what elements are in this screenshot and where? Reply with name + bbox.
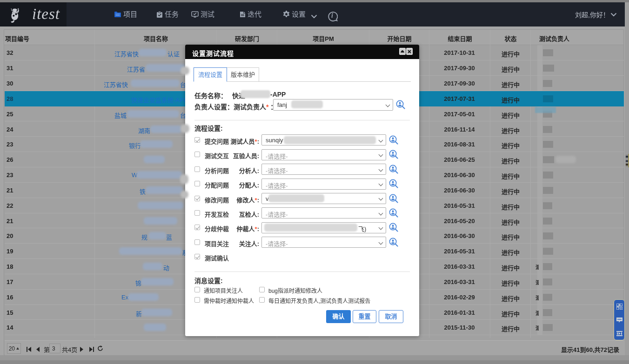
svg-text:i: i [331, 12, 333, 19]
